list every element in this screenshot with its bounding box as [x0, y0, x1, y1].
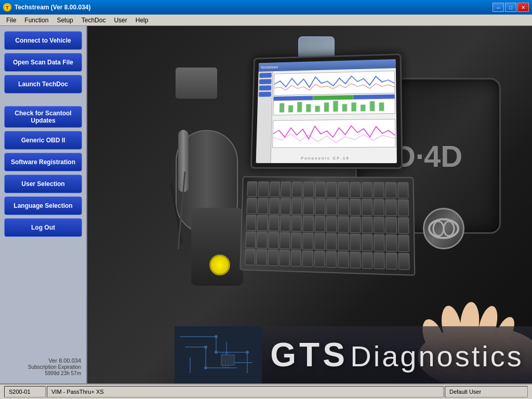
- laptop-keyboard: // This renders in context, generate key…: [240, 176, 415, 276]
- menu-setup[interactable]: Setup: [52, 16, 77, 25]
- gts-diagnostics-area: GTS Diagnostics: [175, 326, 532, 383]
- laptop: Techstream: [247, 53, 418, 276]
- menu-user[interactable]: User: [110, 16, 131, 25]
- menu-techdoc[interactable]: TechDoc: [77, 16, 110, 25]
- svg-rect-5: [274, 71, 394, 95]
- svg-rect-8: [288, 105, 293, 113]
- chart-3: [272, 119, 395, 148]
- software-reg-button[interactable]: Software Registration: [4, 153, 82, 171]
- version-label: Ver 8.00.034: [5, 357, 81, 364]
- chart-2: [273, 98, 395, 115]
- main-layout: Connect to Vehicle Open Scan Data File L…: [0, 26, 532, 383]
- window-title: Techstream (Ver 8.00.034): [15, 4, 489, 11]
- toyota-emblem: [423, 208, 464, 249]
- language-selection-button[interactable]: Language Selection: [4, 196, 82, 215]
- subscription-value: 5999d 23h 57m: [5, 370, 81, 376]
- svg-rect-11: [315, 106, 320, 112]
- panasonic-label: Panasonic CF-19: [301, 156, 350, 161]
- engine-cap: [209, 255, 230, 275]
- laptop-screen: Techstream: [256, 59, 397, 163]
- connect-vehicle-button[interactable]: Connect to Vehicle: [4, 31, 82, 50]
- check-updates-button[interactable]: Check for Scantool Updates: [4, 106, 82, 128]
- title-bar: T Techstream (Ver 8.00.034) – □ ✕: [0, 0, 532, 15]
- status-left: S200-01: [4, 386, 46, 397]
- chart-1: [273, 71, 395, 96]
- open-scan-button[interactable]: Open Scan Data File: [4, 53, 82, 72]
- svg-rect-19: [273, 119, 395, 148]
- svg-rect-18: [379, 102, 384, 111]
- window-controls: – □ ✕: [493, 3, 529, 12]
- screen-title: Techstream: [261, 65, 278, 69]
- log-out-button[interactable]: Log Out: [4, 218, 82, 237]
- diagnostics-title: Diagnostics: [350, 340, 523, 373]
- engine-part-top: [176, 68, 217, 99]
- menu-bar: File Function Setup TechDoc User Help: [0, 15, 532, 26]
- svg-rect-9: [297, 102, 302, 112]
- status-middle: VIM - PassThru+ XS: [47, 386, 444, 397]
- svg-rect-12: [324, 102, 329, 112]
- gts-text-container: GTS Diagnostics: [183, 336, 523, 374]
- svg-point-3: [433, 221, 444, 236]
- svg-rect-16: [361, 104, 365, 111]
- menu-help[interactable]: Help: [131, 16, 153, 25]
- status-right: Default User: [445, 386, 528, 397]
- background-image: D·4D: [87, 26, 532, 383]
- svg-rect-7: [280, 103, 284, 112]
- gts-title: GTS: [270, 336, 348, 374]
- menu-file[interactable]: File: [2, 16, 20, 25]
- app-icon: T: [3, 3, 11, 11]
- svg-rect-15: [351, 102, 356, 111]
- status-bar: S200-01 VIM - PassThru+ XS Default User: [0, 383, 532, 399]
- user-selection-button[interactable]: User Selection: [4, 175, 82, 193]
- screen-sidebar-panel: [256, 71, 273, 163]
- screen-main-panel: [271, 68, 396, 163]
- screen-content: [256, 68, 397, 163]
- launch-techdoc-button[interactable]: Launch TechDoc: [4, 75, 82, 94]
- sidebar: Connect to Vehicle Open Scan Data File L…: [0, 26, 87, 383]
- svg-text:T: T: [6, 5, 9, 10]
- generic-obd-button[interactable]: Generic OBD II: [4, 131, 82, 150]
- svg-rect-10: [306, 104, 311, 112]
- close-button[interactable]: ✕: [517, 3, 529, 12]
- sidebar-version-info: Ver 8.00.034 Subscription Expiration 599…: [4, 355, 82, 378]
- svg-rect-17: [370, 101, 375, 111]
- svg-rect-13: [333, 101, 338, 112]
- content-area: D·4D: [87, 26, 532, 383]
- menu-function[interactable]: Function: [20, 16, 52, 25]
- minimize-button[interactable]: –: [493, 3, 504, 12]
- svg-rect-14: [342, 104, 347, 112]
- restore-button[interactable]: □: [505, 3, 516, 12]
- laptop-screen-frame: Techstream: [250, 54, 403, 169]
- svg-point-4: [444, 221, 454, 236]
- toyota-logo: [423, 208, 464, 249]
- subscription-expiration-label: Subscription Expiration: [5, 364, 81, 370]
